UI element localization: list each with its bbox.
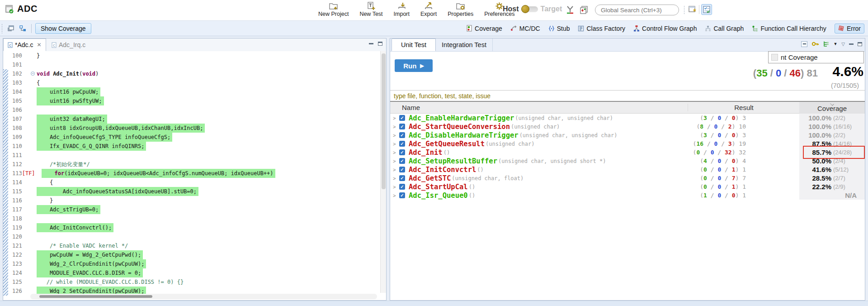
checkbox-icon[interactable]: ✓ bbox=[399, 158, 405, 164]
code-line[interactable]: 106 bbox=[3, 105, 380, 115]
filter-input[interactable]: type file, function, test, state, issue bbox=[390, 90, 865, 102]
minimize-icon[interactable] bbox=[849, 43, 854, 45]
close-icon[interactable]: ✕ bbox=[37, 42, 41, 48]
collapse-all-icon[interactable] bbox=[801, 41, 807, 47]
merge-results-icon[interactable] bbox=[566, 5, 575, 15]
code-area[interactable]: 100}101102−void Adc_Init(void)103{104 ui… bbox=[3, 51, 380, 300]
checkbox-icon[interactable]: ✓ bbox=[399, 124, 405, 129]
call-graph-button[interactable]: Call Graph bbox=[705, 25, 744, 32]
code-line[interactable]: 115 Adc_infoQueueStatusSA[idxQueueUB].st… bbox=[3, 187, 380, 196]
code-line[interactable]: 107 uint32 dataRegUI; bbox=[3, 115, 380, 124]
global-search[interactable] bbox=[595, 5, 679, 15]
key-icon[interactable] bbox=[811, 41, 819, 47]
open-perspective-button[interactable] bbox=[687, 4, 698, 15]
scrollbar-thumb[interactable] bbox=[382, 53, 386, 189]
column-name[interactable]: Name bbox=[402, 104, 420, 111]
collapse-icon[interactable]: − bbox=[31, 72, 35, 76]
expander-icon[interactable]: > bbox=[393, 124, 397, 129]
code-line[interactable]: 100} bbox=[3, 51, 380, 60]
expander-icon[interactable]: > bbox=[393, 184, 397, 190]
view-menu-icon[interactable]: ▽ bbox=[841, 42, 845, 47]
toolbar-drag-handle[interactable] bbox=[1, 24, 3, 33]
export-button[interactable]: Export bbox=[419, 1, 439, 18]
checkbox-icon[interactable]: ✓ bbox=[399, 167, 405, 172]
expander-icon[interactable]: > bbox=[393, 115, 397, 121]
import-button[interactable]: Import bbox=[392, 1, 411, 18]
minimize-icon[interactable] bbox=[369, 43, 373, 44]
table-row[interactable]: >✓Adc_DisableHardwareTrigger(unsigned ch… bbox=[390, 131, 865, 139]
code-line[interactable]: 104 uint16 pwCpuUW; bbox=[3, 87, 380, 96]
search-input[interactable] bbox=[600, 6, 682, 14]
column-result[interactable]: Result bbox=[688, 104, 800, 111]
control-flow-graph-button[interactable]: Control Flow Graph bbox=[633, 25, 697, 32]
scrollbar-thumb[interactable] bbox=[39, 295, 152, 298]
maximize-icon[interactable] bbox=[378, 42, 382, 46]
table-row[interactable]: >✓Adc_GetSTC(unsigned char, float)(0 / 0… bbox=[390, 174, 865, 182]
compare-windows-icon[interactable] bbox=[579, 5, 589, 15]
checkbox-icon[interactable]: ✓ bbox=[399, 192, 405, 198]
coverage-type-dropdown[interactable]: nt Coverage bbox=[768, 51, 864, 63]
new-project-button[interactable]: New Project bbox=[316, 1, 350, 18]
code-line[interactable]: 113[TF] for(idxQueueUB=0; idxQueueUB<Adc… bbox=[3, 169, 380, 178]
expander-icon[interactable]: > bbox=[393, 141, 397, 147]
expander-icon[interactable]: > bbox=[393, 167, 397, 172]
class-factory-button[interactable]: Class Factory bbox=[578, 25, 625, 32]
window-icon[interactable] bbox=[7, 25, 14, 32]
checkbox-icon[interactable]: ✓ bbox=[399, 184, 405, 190]
code-line[interactable]: 110 Ifx_EVADC_G_Q_QINR infoQINRS; bbox=[3, 142, 380, 151]
stub-button[interactable]: Stub bbox=[548, 25, 570, 32]
code-line[interactable]: 119 Adc_InitConvctrl(); bbox=[3, 223, 380, 232]
menu-dropdown-icon[interactable]: ▼ bbox=[833, 42, 837, 46]
column-coverage[interactable]: Coverage bbox=[799, 102, 865, 114]
code-line[interactable]: 124 MODULE_EVADC.CLC.B.DISR = 0; bbox=[3, 268, 380, 277]
coverage-button[interactable]: Coverage bbox=[466, 25, 502, 32]
code-line[interactable]: 108 uint8 idxGroupUB,idxQueueUB,idxChanU… bbox=[3, 124, 380, 133]
run-button[interactable]: Run ▶ bbox=[395, 59, 433, 72]
tab-unit-test[interactable]: Unit Test bbox=[392, 38, 436, 51]
code-line[interactable]: 105 uint16 pwSftyUW; bbox=[3, 96, 380, 105]
editor-horizontal-scrollbar[interactable] bbox=[30, 294, 377, 299]
code-line[interactable]: 101 bbox=[3, 60, 380, 69]
tab-integration-test[interactable]: Integration Test bbox=[436, 38, 493, 51]
checkbox-icon[interactable]: ✓ bbox=[399, 115, 405, 121]
host-target-toggle[interactable] bbox=[522, 6, 538, 12]
mcdc-button[interactable]: MC/DC bbox=[510, 25, 540, 32]
properties-button[interactable]: Properties bbox=[446, 1, 475, 18]
checkbox-icon[interactable]: ✓ bbox=[399, 132, 405, 138]
function-call-hierarchy-button[interactable]: Function Call Hierarchy bbox=[752, 25, 826, 32]
validation-view-button[interactable] bbox=[701, 4, 712, 15]
code-line[interactable]: 120 bbox=[3, 232, 380, 241]
table-row[interactable]: >✓Adc_InitConvctrl()(0 / 0 / 1) 141.6%(5… bbox=[390, 165, 865, 174]
code-line[interactable]: 103{ bbox=[3, 78, 380, 87]
table-row[interactable]: >✓Adc_Isr_Queue0()(1 / 0 / 0) 1N/A bbox=[390, 191, 865, 200]
tab-adc-irq-c[interactable]: c Adc_Irq.c bbox=[47, 38, 90, 51]
code-line[interactable]: 118 bbox=[3, 214, 380, 223]
expander-icon[interactable]: > bbox=[393, 193, 397, 198]
expander-icon[interactable]: > bbox=[393, 176, 397, 181]
code-line[interactable]: 109 Adc_infoQueueCfgS_TYPE infoQueueCfgS… bbox=[3, 133, 380, 142]
table-row[interactable]: >✓Adc_SetupResultBuffer(unsigned char, u… bbox=[390, 157, 865, 165]
tab-adc-c[interactable]: c *Adc.c ✕ bbox=[3, 38, 46, 51]
test-tree-icon[interactable] bbox=[823, 41, 829, 47]
error-button[interactable]: Error bbox=[835, 24, 864, 33]
table-row[interactable]: >✓Adc_EnableHardwareTrigger(unsigned cha… bbox=[390, 114, 865, 122]
maximize-icon[interactable] bbox=[858, 42, 862, 46]
code-line[interactable]: 102−void Adc_Init(void) bbox=[3, 69, 380, 78]
show-coverage-button[interactable]: Show Coverage bbox=[35, 23, 91, 34]
code-line[interactable]: 117 Adc_stTrigUB=0; bbox=[3, 205, 380, 214]
code-line[interactable]: 122 pwCpuUW = Wdg_2_GetCpuPwd(); bbox=[3, 250, 380, 259]
expander-icon[interactable]: > bbox=[393, 150, 397, 155]
code-line[interactable]: 123 Wdg_2_ClrCpuEndinit(pwCpuUW); bbox=[3, 259, 380, 268]
table-row[interactable]: >✓Adc_Init()(0 / 0 / 32) 3285.7%(24/28) bbox=[390, 148, 865, 157]
code-line[interactable]: 125 // while (MODULE_EVADC.CLC.B.DISS !=… bbox=[3, 277, 380, 287]
code-line[interactable]: 114 { bbox=[3, 178, 380, 187]
new-test-button[interactable]: New Test bbox=[358, 1, 384, 18]
code-line[interactable]: 116 } bbox=[3, 196, 380, 205]
checkbox-icon[interactable]: ✓ bbox=[399, 175, 405, 181]
hierarchy-icon[interactable] bbox=[19, 25, 27, 32]
checkbox-icon[interactable]: ✓ bbox=[399, 141, 405, 147]
code-line[interactable]: 111 bbox=[3, 151, 380, 160]
expander-icon[interactable]: > bbox=[393, 158, 397, 164]
editor-vertical-scrollbar[interactable] bbox=[380, 51, 386, 293]
table-row[interactable]: >✓Adc_StartUpCal()(0 / 0 / 1) 122.2%(2/9… bbox=[390, 182, 865, 191]
